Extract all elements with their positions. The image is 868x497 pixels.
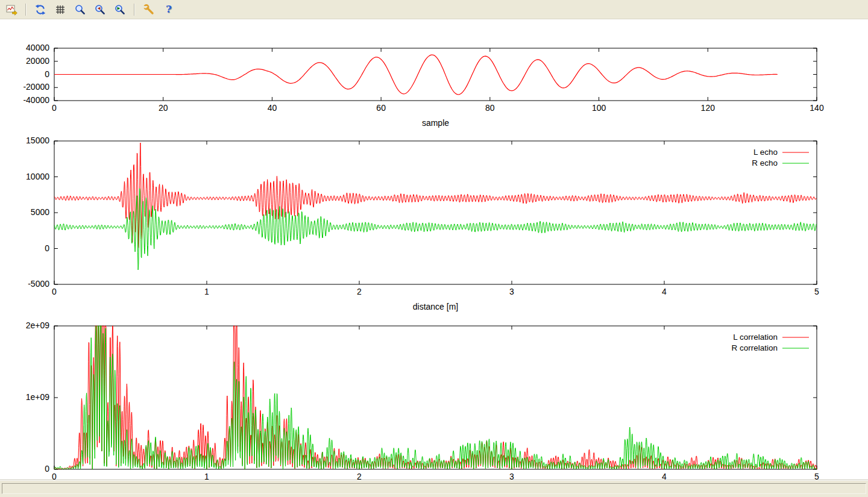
help-button[interactable]: ? ? xyxy=(161,2,177,17)
chart-echo[interactable]: 012345-5000050001000015000distance [m]L … xyxy=(0,134,868,319)
axis-tick-label: 10000 xyxy=(26,172,49,181)
series-r-correlation xyxy=(54,326,817,469)
axis-tick-label: -5000 xyxy=(28,279,49,289)
axis-tick-label: 140 xyxy=(810,103,824,113)
zoom-next-icon xyxy=(114,4,126,16)
chart-waveform[interactable]: 020406080100120140-40000-200000200004000… xyxy=(0,39,868,134)
svg-text:?: ? xyxy=(166,4,172,15)
axis-tick-label: 15000 xyxy=(26,136,49,145)
refresh-icon xyxy=(34,4,46,16)
axis-tick-label: 2 xyxy=(357,472,362,480)
legend-label: R correlation xyxy=(731,343,778,352)
series-l-correlation xyxy=(54,326,817,469)
series-l-echo xyxy=(54,143,816,248)
axis-tick-label: 0 xyxy=(45,69,49,79)
status-bar xyxy=(0,480,868,497)
axis-tick-label: 5000 xyxy=(31,207,49,217)
axis-tick-label: 100 xyxy=(592,103,606,113)
options-button[interactable] xyxy=(141,2,157,17)
axis-tick-label: 5 xyxy=(814,472,819,480)
wrench-icon xyxy=(143,4,155,16)
x-axis-label: sample xyxy=(422,118,449,128)
axis-tick-label: 80 xyxy=(485,103,495,113)
toolbar-separator xyxy=(134,4,135,16)
plot-border xyxy=(54,141,817,284)
axis-tick-label: 4 xyxy=(662,472,667,480)
axis-tick-label: 3 xyxy=(509,287,514,296)
axis-tick-label: 0 xyxy=(52,472,57,480)
status-message xyxy=(2,483,866,494)
zoom-next-button[interactable] xyxy=(112,2,128,17)
toggle-grid-button[interactable] xyxy=(52,2,68,17)
axis-tick-label: 2e+09 xyxy=(26,320,50,330)
axis-tick-label: 5 xyxy=(814,287,819,296)
axis-tick-label: 0 xyxy=(52,103,57,113)
legend-label: R echo xyxy=(752,158,778,167)
series-waveform xyxy=(54,55,778,95)
chart-correlation[interactable]: 01234501e+092e+09distance [m]L correlati… xyxy=(0,319,868,480)
axis-tick-label: 40000 xyxy=(26,43,49,52)
replot-button[interactable] xyxy=(33,2,48,17)
axis-tick-label: 0 xyxy=(45,243,49,253)
axis-tick-label: 120 xyxy=(701,103,715,113)
axis-tick-label: 1e+09 xyxy=(26,392,50,402)
axis-tick-label: -20000 xyxy=(23,82,49,92)
axis-tick-label: 3 xyxy=(509,472,514,480)
plot-area: 020406080100120140-40000-200000200004000… xyxy=(0,19,868,480)
zoom-previous-icon xyxy=(94,4,106,16)
legend-label: L echo xyxy=(753,148,778,157)
axis-tick-label: -40000 xyxy=(23,95,49,105)
zoom-button[interactable] xyxy=(72,2,88,17)
zoom-previous-button[interactable] xyxy=(92,2,108,17)
axis-tick-label: 0 xyxy=(52,287,57,296)
axis-tick-label: 0 xyxy=(45,464,49,474)
legend-label: L correlation xyxy=(733,333,778,342)
axis-tick-label: 1 xyxy=(204,472,209,480)
axis-tick-label: 2 xyxy=(357,287,362,296)
axis-tick-label: 4 xyxy=(662,287,667,296)
grid-icon xyxy=(54,4,66,16)
help-icon: ? ? xyxy=(163,4,175,16)
axis-tick-label: 20000 xyxy=(26,56,49,66)
axis-tick-label: 1 xyxy=(204,287,209,296)
zoom-icon xyxy=(74,4,86,16)
series-r-echo xyxy=(54,189,816,270)
toolbar: ? ? xyxy=(0,0,868,19)
axis-tick-label: 60 xyxy=(376,103,386,113)
export-icon xyxy=(5,4,17,16)
plot-border xyxy=(54,326,817,469)
x-axis-label: distance [m] xyxy=(413,302,458,311)
copy-plot-button[interactable] xyxy=(4,2,19,17)
toolbar-separator xyxy=(25,4,27,16)
axis-tick-label: 20 xyxy=(159,103,168,113)
axis-tick-label: 40 xyxy=(268,103,277,113)
